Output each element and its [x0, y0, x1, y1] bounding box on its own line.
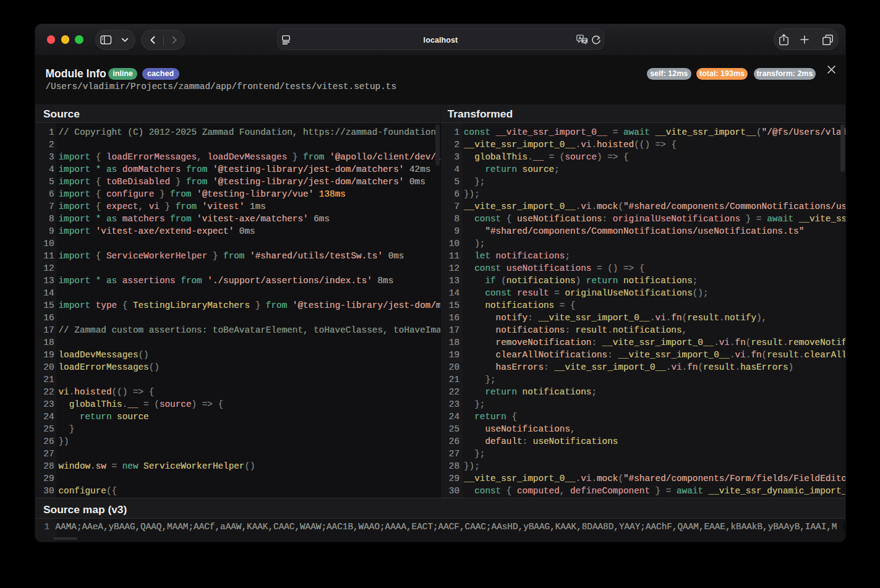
- svg-text:A: A: [578, 35, 582, 41]
- svg-text:文: 文: [582, 38, 587, 43]
